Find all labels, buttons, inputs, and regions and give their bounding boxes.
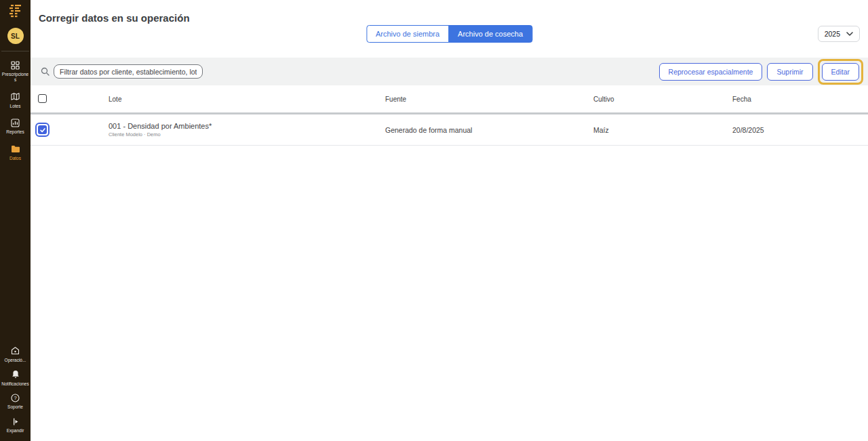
avatar-initials: SL [11, 33, 20, 40]
tab-archivo-de-siembra[interactable]: Archivo de siembra [366, 25, 449, 43]
sidebar-item-label: Prescripciones [1, 72, 29, 83]
check-icon [39, 127, 46, 133]
sidebar-item-label: Notificaciones [1, 381, 29, 387]
report-chart-icon [11, 118, 20, 127]
delete-button[interactable]: Suprimir [767, 63, 812, 81]
table-header: Lote Fuente Cultivo Fecha [31, 85, 868, 112]
search-icon [41, 67, 50, 76]
select-all-checkbox[interactable] [38, 94, 47, 103]
brand-logo[interactable] [1, 3, 29, 24]
sidebar-item-datos[interactable]: Datos [1, 140, 29, 166]
sidebar-item-label: Soporte [1, 404, 29, 410]
year-selector[interactable]: 2025 [818, 26, 860, 42]
row-cultivo: Maíz [593, 126, 732, 134]
folder-icon [11, 144, 20, 154]
sidebar-item-label: Operació... [1, 358, 29, 363]
column-header-fecha: Fecha [732, 96, 868, 103]
sidebar: SL Prescripciones [0, 0, 31, 441]
app-root: SL Prescripciones [0, 0, 868, 441]
year-value: 2025 [825, 30, 840, 38]
sidebar-nav: Prescripciones Lotes Rep [1, 56, 29, 166]
svg-text:?: ? [14, 395, 16, 401]
edit-button-highlight: Editar [818, 59, 863, 85]
row-checkbox[interactable] [35, 123, 50, 137]
filter-input[interactable] [54, 64, 203, 79]
grid-icon [11, 60, 20, 70]
bell-icon [12, 370, 20, 379]
sidebar-item-reportes[interactable]: Reportes [1, 113, 29, 140]
sidebar-item-label: Lotes [1, 104, 29, 109]
avatar[interactable]: SL [7, 28, 24, 44]
expand-icon [12, 417, 20, 426]
building-icon [11, 346, 20, 356]
data-table: Lote Fuente Cultivo Fecha 001 - Densidad… [31, 85, 868, 146]
sidebar-item-expandir[interactable]: Expandir [1, 413, 29, 437]
help-icon: ? [11, 393, 20, 402]
map-icon [11, 92, 20, 102]
main-content: Corregir datos en su operación Archivo d… [31, 0, 868, 441]
sidebar-item-label: Datos [1, 156, 29, 161]
column-header-cultivo: Cultivo [593, 96, 732, 103]
column-header-fuente: Fuente [385, 96, 593, 103]
table-row[interactable]: 001 - Densidad por Ambientes* Cliente Mo… [31, 114, 868, 146]
brand-f-icon [8, 4, 22, 21]
reprocess-spatially-button[interactable]: Reprocesar espacialmente [659, 63, 763, 81]
chevron-down-icon [846, 32, 853, 36]
row-lote-title: 001 - Densidad por Ambientes* [108, 122, 385, 130]
page-header: Corregir datos en su operación Archivo d… [31, 0, 868, 58]
row-lote-subtitle: Cliente Modelo · Demo [108, 131, 385, 138]
checkbox-checked [38, 125, 47, 134]
sidebar-item-label: Expandir [1, 428, 29, 434]
sidebar-bottom-nav: Operació... Notificaciones ? [1, 343, 29, 437]
sidebar-divider [1, 51, 29, 51]
sidebar-item-prescripciones[interactable]: Prescripciones [1, 56, 29, 87]
toolbar-actions: Reprocesar espacialmente Suprimir Editar [659, 59, 863, 85]
sidebar-item-lotes[interactable]: Lotes [1, 87, 29, 114]
archive-tabs: Archivo de siembra Archivo de cosecha [366, 25, 532, 43]
sidebar-item-notificaciones[interactable]: Notificaciones [1, 366, 29, 390]
toolbar: Reprocesar espacialmente Suprimir Editar [31, 58, 868, 85]
tab-archivo-de-cosecha[interactable]: Archivo de cosecha [448, 25, 532, 43]
page-title: Corregir datos en su operación [39, 12, 190, 24]
column-header-lote: Lote [108, 96, 385, 103]
sidebar-item-operacion[interactable]: Operació... [1, 343, 29, 366]
row-fecha: 20/8/2025 [732, 126, 868, 134]
row-fuente: Generado de forma manual [385, 126, 593, 134]
sidebar-item-label: Reportes [1, 129, 29, 135]
sidebar-item-soporte[interactable]: ? Soporte [1, 390, 29, 413]
edit-button[interactable]: Editar [822, 63, 859, 81]
